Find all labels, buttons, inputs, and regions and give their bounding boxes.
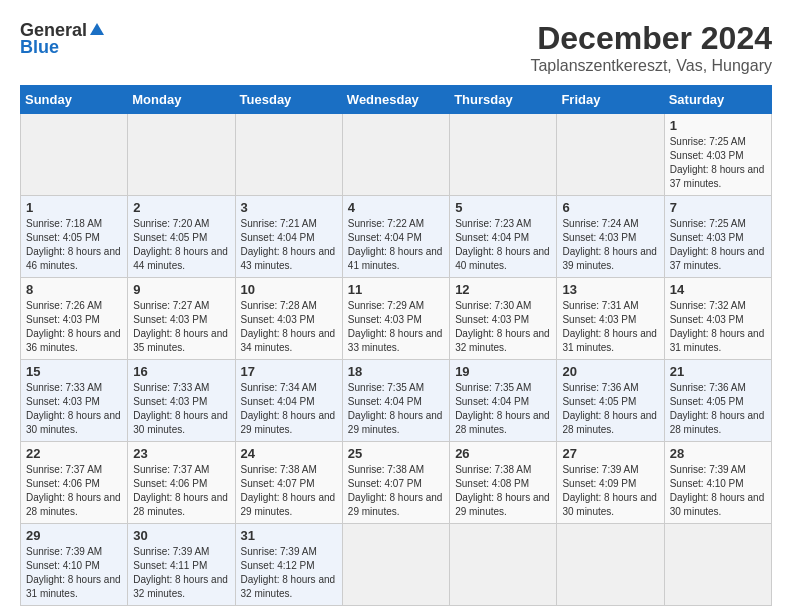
day-info: Sunrise: 7:39 AM Sunset: 4:12 PM Dayligh… [241,545,337,601]
day-number: 20 [562,364,658,379]
calendar-cell: 11 Sunrise: 7:29 AM Sunset: 4:03 PM Dayl… [342,278,449,360]
calendar-cell: 27 Sunrise: 7:39 AM Sunset: 4:09 PM Dayl… [557,442,664,524]
calendar-cell: 5 Sunrise: 7:23 AM Sunset: 4:04 PM Dayli… [450,196,557,278]
day-number: 1 [26,200,122,215]
day-info: Sunrise: 7:28 AM Sunset: 4:03 PM Dayligh… [241,299,337,355]
calendar-cell: 21 Sunrise: 7:36 AM Sunset: 4:05 PM Dayl… [664,360,771,442]
page-subtitle: Taplanszentkereszt, Vas, Hungary [530,57,772,75]
day-info: Sunrise: 7:38 AM Sunset: 4:07 PM Dayligh… [348,463,444,519]
day-number: 2 [133,200,229,215]
calendar-week-row: 22 Sunrise: 7:37 AM Sunset: 4:06 PM Dayl… [21,442,772,524]
day-info: Sunrise: 7:38 AM Sunset: 4:07 PM Dayligh… [241,463,337,519]
day-info: Sunrise: 7:24 AM Sunset: 4:03 PM Dayligh… [562,217,658,273]
day-number: 9 [133,282,229,297]
day-info: Sunrise: 7:36 AM Sunset: 4:05 PM Dayligh… [670,381,766,437]
day-info: Sunrise: 7:39 AM Sunset: 4:11 PM Dayligh… [133,545,229,601]
page-title: December 2024 [530,20,772,57]
calendar-header-friday: Friday [557,86,664,114]
calendar-cell: 17 Sunrise: 7:34 AM Sunset: 4:04 PM Dayl… [235,360,342,442]
calendar-cell: 4 Sunrise: 7:22 AM Sunset: 4:04 PM Dayli… [342,196,449,278]
day-number: 18 [348,364,444,379]
calendar-cell: 9 Sunrise: 7:27 AM Sunset: 4:03 PM Dayli… [128,278,235,360]
day-info: Sunrise: 7:23 AM Sunset: 4:04 PM Dayligh… [455,217,551,273]
day-number: 25 [348,446,444,461]
calendar-cell [664,524,771,606]
day-number: 30 [133,528,229,543]
day-number: 15 [26,364,122,379]
day-number: 12 [455,282,551,297]
day-number: 5 [455,200,551,215]
calendar-cell [235,114,342,196]
calendar-cell: 24 Sunrise: 7:38 AM Sunset: 4:07 PM Dayl… [235,442,342,524]
day-info: Sunrise: 7:29 AM Sunset: 4:03 PM Dayligh… [348,299,444,355]
day-info: Sunrise: 7:18 AM Sunset: 4:05 PM Dayligh… [26,217,122,273]
calendar-cell: 25 Sunrise: 7:38 AM Sunset: 4:07 PM Dayl… [342,442,449,524]
day-number: 28 [670,446,766,461]
calendar-cell: 22 Sunrise: 7:37 AM Sunset: 4:06 PM Dayl… [21,442,128,524]
day-info: Sunrise: 7:20 AM Sunset: 4:05 PM Dayligh… [133,217,229,273]
calendar-cell [21,114,128,196]
calendar-table: SundayMondayTuesdayWednesdayThursdayFrid… [20,85,772,606]
day-info: Sunrise: 7:25 AM Sunset: 4:03 PM Dayligh… [670,217,766,273]
day-info: Sunrise: 7:37 AM Sunset: 4:06 PM Dayligh… [26,463,122,519]
calendar-cell: 20 Sunrise: 7:36 AM Sunset: 4:05 PM Dayl… [557,360,664,442]
logo: General Blue [20,20,105,58]
day-number: 3 [241,200,337,215]
calendar-header-row: SundayMondayTuesdayWednesdayThursdayFrid… [21,86,772,114]
calendar-header-tuesday: Tuesday [235,86,342,114]
day-info: Sunrise: 7:33 AM Sunset: 4:03 PM Dayligh… [26,381,122,437]
day-info: Sunrise: 7:39 AM Sunset: 4:10 PM Dayligh… [26,545,122,601]
day-number: 21 [670,364,766,379]
calendar-cell [450,524,557,606]
day-number: 7 [670,200,766,215]
calendar-cell: 1 Sunrise: 7:18 AM Sunset: 4:05 PM Dayli… [21,196,128,278]
calendar-cell [557,114,664,196]
calendar-cell [450,114,557,196]
calendar-cell: 28 Sunrise: 7:39 AM Sunset: 4:10 PM Dayl… [664,442,771,524]
day-number: 14 [670,282,766,297]
day-info: Sunrise: 7:36 AM Sunset: 4:05 PM Dayligh… [562,381,658,437]
day-number: 19 [455,364,551,379]
calendar-cell: 7 Sunrise: 7:25 AM Sunset: 4:03 PM Dayli… [664,196,771,278]
calendar-cell [557,524,664,606]
day-info: Sunrise: 7:32 AM Sunset: 4:03 PM Dayligh… [670,299,766,355]
day-info: Sunrise: 7:35 AM Sunset: 4:04 PM Dayligh… [455,381,551,437]
day-number: 4 [348,200,444,215]
calendar-cell: 18 Sunrise: 7:35 AM Sunset: 4:04 PM Dayl… [342,360,449,442]
logo-icon [89,21,105,41]
day-number: 8 [26,282,122,297]
calendar-cell: 16 Sunrise: 7:33 AM Sunset: 4:03 PM Dayl… [128,360,235,442]
day-number: 10 [241,282,337,297]
calendar-week-row: 29 Sunrise: 7:39 AM Sunset: 4:10 PM Dayl… [21,524,772,606]
day-number: 6 [562,200,658,215]
calendar-cell: 15 Sunrise: 7:33 AM Sunset: 4:03 PM Dayl… [21,360,128,442]
calendar-cell [342,524,449,606]
calendar-week-row: 1 Sunrise: 7:18 AM Sunset: 4:05 PM Dayli… [21,196,772,278]
calendar-cell [128,114,235,196]
calendar-week-row: 8 Sunrise: 7:26 AM Sunset: 4:03 PM Dayli… [21,278,772,360]
day-info: Sunrise: 7:22 AM Sunset: 4:04 PM Dayligh… [348,217,444,273]
day-info: Sunrise: 7:33 AM Sunset: 4:03 PM Dayligh… [133,381,229,437]
day-number: 31 [241,528,337,543]
day-number: 23 [133,446,229,461]
day-info: Sunrise: 7:21 AM Sunset: 4:04 PM Dayligh… [241,217,337,273]
calendar-cell: 30 Sunrise: 7:39 AM Sunset: 4:11 PM Dayl… [128,524,235,606]
header: General Blue December 2024 Taplanszentke… [20,20,772,75]
day-info: Sunrise: 7:31 AM Sunset: 4:03 PM Dayligh… [562,299,658,355]
calendar-header-wednesday: Wednesday [342,86,449,114]
calendar-header-thursday: Thursday [450,86,557,114]
calendar-cell: 8 Sunrise: 7:26 AM Sunset: 4:03 PM Dayli… [21,278,128,360]
calendar-cell: 19 Sunrise: 7:35 AM Sunset: 4:04 PM Dayl… [450,360,557,442]
calendar-week-row: 15 Sunrise: 7:33 AM Sunset: 4:03 PM Dayl… [21,360,772,442]
day-info: Sunrise: 7:34 AM Sunset: 4:04 PM Dayligh… [241,381,337,437]
day-number: 16 [133,364,229,379]
calendar-header-sunday: Sunday [21,86,128,114]
calendar-cell: 14 Sunrise: 7:32 AM Sunset: 4:03 PM Dayl… [664,278,771,360]
day-number: 27 [562,446,658,461]
day-number: 24 [241,446,337,461]
day-number: 1 [670,118,766,133]
day-number: 13 [562,282,658,297]
title-area: December 2024 Taplanszentkereszt, Vas, H… [530,20,772,75]
day-info: Sunrise: 7:26 AM Sunset: 4:03 PM Dayligh… [26,299,122,355]
calendar-cell: 10 Sunrise: 7:28 AM Sunset: 4:03 PM Dayl… [235,278,342,360]
